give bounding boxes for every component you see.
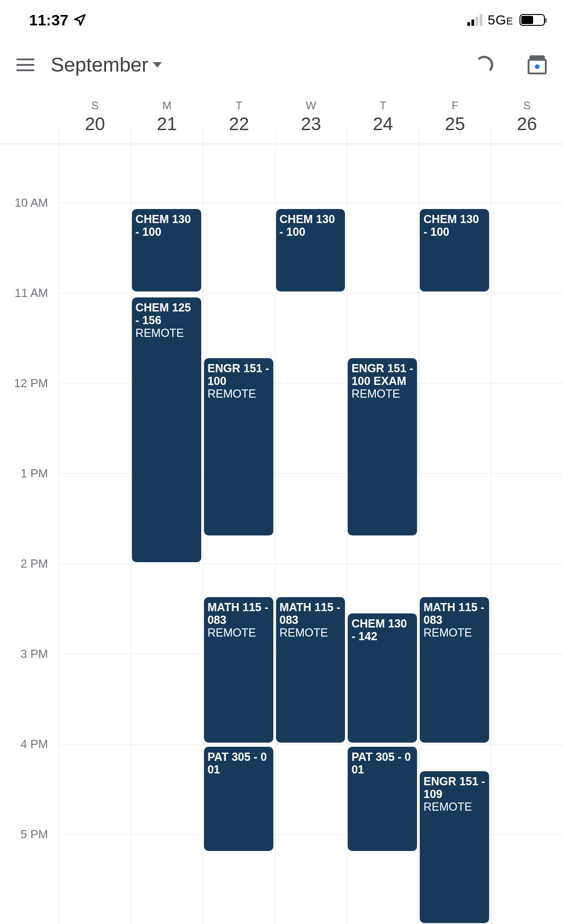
day-header-thu[interactable]: T 24 (347, 90, 419, 144)
day-letter: T (380, 99, 387, 112)
day-letter: F (451, 99, 458, 112)
grid-line (59, 203, 563, 203)
calendar-event[interactable]: PAT 305 - 001 (348, 747, 417, 851)
time-label: 1 PM (20, 467, 48, 481)
calendar-event[interactable]: MATH 115 - 083REMOTE (276, 597, 345, 743)
calendar-grid[interactable]: 10 AM11 AM12 PM1 PM2 PM3 PM4 PM5 PM CHEM… (0, 144, 563, 924)
event-title: CHEM 125 - 156 (136, 301, 198, 326)
location-icon (73, 13, 87, 27)
event-title: ENGR 151 - 100 EXAM (351, 362, 413, 387)
day-number: 22 (229, 114, 249, 134)
event-subtitle: REMOTE (423, 800, 485, 813)
network-label: 5GE (488, 12, 513, 28)
month-label: September (51, 53, 148, 76)
event-title: MATH 115 - 083 (280, 601, 342, 626)
grid-vline (131, 128, 131, 924)
menu-icon[interactable] (16, 58, 34, 71)
clock-time: 11:37 (29, 11, 68, 29)
time-label: 4 PM (20, 737, 48, 751)
app-header: September (0, 40, 563, 90)
calendar-event[interactable]: CHEM 130 - 100 (276, 209, 345, 292)
day-letter: S (524, 99, 531, 112)
grid-line (59, 564, 563, 564)
event-subtitle: REMOTE (280, 626, 342, 639)
day-header-wed[interactable]: W 23 (275, 90, 347, 144)
day-number: 26 (517, 114, 537, 134)
day-letter: M (162, 99, 171, 112)
today-button[interactable] (528, 55, 547, 74)
time-label: 12 PM (14, 376, 48, 390)
day-letter: S (91, 99, 98, 112)
time-label: 10 AM (15, 196, 48, 210)
day-letter: W (306, 99, 316, 112)
day-header-mon[interactable]: M 21 (131, 90, 203, 144)
event-title: MATH 115 - 083 (423, 601, 485, 626)
day-header-sat[interactable]: S 26 (491, 90, 563, 144)
event-title: ENGR 151 - 100 (208, 362, 270, 387)
grid-vline (59, 128, 59, 924)
grid-vline (491, 128, 491, 924)
calendar-event[interactable]: CHEM 130 - 100 (132, 209, 201, 292)
time-label: 5 PM (20, 827, 48, 841)
status-bar: 11:37 5GE (0, 0, 563, 40)
event-title: CHEM 130 - 100 (423, 213, 485, 238)
loading-icon (475, 56, 493, 74)
time-gutter: 10 AM11 AM12 PM1 PM2 PM3 PM4 PM5 PM (0, 144, 59, 924)
calendar-event[interactable]: ENGR 151 - 109REMOTE (420, 771, 489, 923)
event-subtitle: REMOTE (351, 387, 413, 400)
grid-line (59, 744, 563, 744)
day-number: 20 (85, 114, 105, 134)
status-time: 11:37 (29, 11, 87, 29)
chevron-down-icon (153, 62, 162, 68)
calendar-event[interactable]: CHEM 125 - 156REMOTE (132, 297, 201, 562)
battery-icon (519, 14, 545, 26)
day-number: 21 (157, 114, 177, 134)
calendar-event[interactable]: PAT 305 - 001 (204, 747, 273, 851)
time-label: 11 AM (15, 286, 48, 300)
month-selector[interactable]: September (51, 53, 162, 76)
day-header-tue[interactable]: T 22 (203, 90, 275, 144)
calendar-event[interactable]: ENGR 151 - 100 EXAMREMOTE (348, 358, 417, 535)
event-title: PAT 305 - 001 (351, 750, 413, 776)
event-subtitle: REMOTE (208, 626, 270, 639)
day-number: 24 (373, 114, 393, 134)
day-header-sun[interactable]: S 20 (59, 90, 131, 144)
status-right: 5GE (467, 12, 545, 28)
time-label: 3 PM (20, 647, 48, 661)
event-title: CHEM 130 - 142 (351, 617, 413, 642)
grid-vline (203, 128, 204, 924)
calendar-event[interactable]: CHEM 130 - 142 (348, 613, 417, 743)
grid-line (59, 293, 563, 293)
event-title: ENGR 151 - 109 (423, 775, 485, 800)
event-title: CHEM 130 - 100 (136, 213, 198, 238)
calendar-event[interactable]: MATH 115 - 083REMOTE (420, 597, 489, 743)
grid-vline (275, 128, 276, 924)
grid-area[interactable]: CHEM 130 - 100CHEM 130 - 100CHEM 130 - 1… (59, 144, 563, 924)
grid-vline (419, 128, 419, 924)
time-label: 2 PM (20, 557, 48, 571)
event-title: PAT 305 - 001 (208, 750, 270, 776)
event-subtitle: REMOTE (136, 326, 198, 339)
day-header-row: S 20 M 21 T 22 W 23 T 24 F 25 S 26 (0, 90, 563, 144)
day-header-fri[interactable]: F 25 (419, 90, 491, 144)
grid-vline (347, 128, 347, 924)
day-letter: T (236, 99, 243, 112)
event-subtitle: REMOTE (423, 626, 485, 639)
day-number: 25 (445, 114, 465, 134)
signal-icon (467, 14, 482, 26)
calendar-event[interactable]: ENGR 151 - 100REMOTE (204, 358, 273, 535)
event-subtitle: REMOTE (208, 387, 270, 400)
event-title: CHEM 130 - 100 (280, 213, 342, 238)
day-number: 23 (301, 114, 321, 134)
event-title: MATH 115 - 083 (208, 601, 270, 626)
calendar-event[interactable]: CHEM 130 - 100 (420, 209, 489, 292)
calendar-event[interactable]: MATH 115 - 083REMOTE (204, 597, 273, 743)
